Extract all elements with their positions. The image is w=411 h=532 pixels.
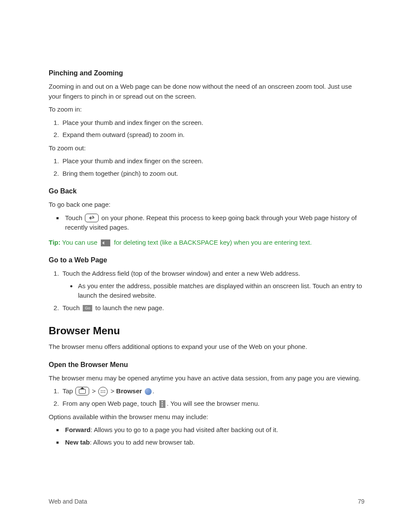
list-item: From any open Web page, touch . You will… xyxy=(61,399,364,409)
go-to-webpage-heading: Go to a Web Page xyxy=(49,255,364,265)
text: From any open Web page, touch xyxy=(62,400,158,407)
page-footer: Web and Data 79 xyxy=(49,497,364,506)
list-item: Touch the Address field (top of the brow… xyxy=(61,269,364,301)
separator: > xyxy=(90,387,97,395)
open-browser-steps: Tap > > Browser . From any open Web page… xyxy=(49,386,364,409)
option-desc: : Allows you to go to a page you had vis… xyxy=(90,426,278,433)
zoom-in-steps: Place your thumb and index finger on the… xyxy=(49,118,364,140)
globe-icon xyxy=(145,388,152,395)
options-intro: Options available within the browser men… xyxy=(49,412,364,422)
pinching-zooming-heading: Pinching and Zooming xyxy=(49,68,364,78)
option-name: New tab xyxy=(65,439,90,446)
list-item: New tab: Allows you to add new browser t… xyxy=(63,438,364,448)
list-item: Bring them together (pinch) to zoom out. xyxy=(61,169,364,179)
go-back-list: Touch on your phone. Repeat this process… xyxy=(49,213,364,233)
zoom-in-label: To zoom in: xyxy=(49,105,364,115)
list-item: Place your thumb and index finger on the… xyxy=(61,118,364,128)
option-name: Forward xyxy=(65,426,90,433)
list-item: Place your thumb and index finger on the… xyxy=(61,156,364,166)
separator: > xyxy=(109,387,116,395)
back-icon xyxy=(85,214,99,222)
option-desc: : Allows you to add new browser tab. xyxy=(90,439,195,446)
sub-list: As you enter the address, possible match… xyxy=(62,281,364,301)
list-item: Tap > > Browser . xyxy=(61,386,364,396)
list-item: Touch on your phone. Repeat this process… xyxy=(63,213,364,233)
list-item: As you enter the address, possible match… xyxy=(77,281,364,301)
text: Touch xyxy=(62,304,81,311)
text: Touch the Address field (top of the brow… xyxy=(62,270,300,277)
tip-line: Tip: You can use for deleting text (like… xyxy=(49,238,364,248)
text: Touch xyxy=(65,214,84,221)
backspace-icon xyxy=(101,240,110,246)
document-page: Pinching and Zooming Zooming in and out … xyxy=(0,0,411,532)
browser-menu-intro: The browser menu offers additional optio… xyxy=(49,342,364,352)
list-item: Expand them outward (spread) to zoom in. xyxy=(61,130,364,140)
go-to-webpage-steps: Touch the Address field (top of the brow… xyxy=(49,269,364,313)
text: Tap xyxy=(62,387,75,395)
apps-icon xyxy=(98,387,108,396)
period: . xyxy=(153,387,154,395)
menu-icon xyxy=(159,400,165,408)
home-icon xyxy=(75,387,89,395)
go-back-intro: To go back one page: xyxy=(49,200,364,210)
tip-post: for deleting text (like a BACKSPACE key)… xyxy=(112,239,311,246)
options-list: Forward: Allows you to go to a page you … xyxy=(49,425,364,447)
browser-label: Browser xyxy=(116,387,142,395)
list-item: Touch Go to launch the new page. xyxy=(61,303,364,313)
text: . You will see the browser menu. xyxy=(167,400,259,407)
zoom-out-steps: Place your thumb and index finger on the… xyxy=(49,156,364,178)
tip-label: Tip: xyxy=(49,239,60,246)
text: on your phone. Repeat this process to ke… xyxy=(65,214,357,231)
footer-section: Web and Data xyxy=(49,497,87,506)
footer-page-number: 79 xyxy=(358,497,364,506)
open-browser-menu-heading: Open the Browser Menu xyxy=(49,360,364,370)
pinching-intro: Zooming in and out on a Web page can be … xyxy=(49,82,364,101)
go-icon: Go xyxy=(83,305,92,311)
open-browser-menu-intro: The browser menu may be opened anytime y… xyxy=(49,373,364,383)
text: to launch the new page. xyxy=(93,304,164,311)
tip-pre: You can use xyxy=(60,239,99,246)
zoom-out-label: To zoom out: xyxy=(49,143,364,153)
list-item: Forward: Allows you to go to a page you … xyxy=(63,425,364,435)
browser-menu-heading: Browser Menu xyxy=(49,323,364,339)
go-back-heading: Go Back xyxy=(49,186,364,196)
